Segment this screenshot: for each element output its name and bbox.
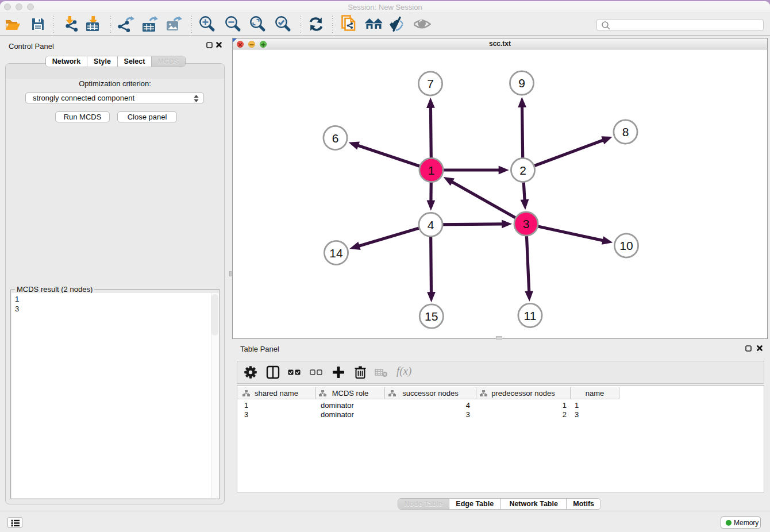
svg-text:6: 6 <box>332 132 339 145</box>
svg-text:7: 7 <box>427 77 434 90</box>
svg-text:3: 3 <box>523 217 530 230</box>
svg-text:9: 9 <box>518 76 525 90</box>
svg-text:1: 1 <box>428 164 435 177</box>
svg-text:2: 2 <box>519 164 526 177</box>
svg-text:15: 15 <box>425 310 438 323</box>
svg-text:8: 8 <box>622 125 629 138</box>
svg-text:14: 14 <box>329 246 343 260</box>
svg-text:4: 4 <box>428 218 434 232</box>
svg-text:11: 11 <box>524 309 537 322</box>
svg-text:10: 10 <box>619 239 633 252</box>
